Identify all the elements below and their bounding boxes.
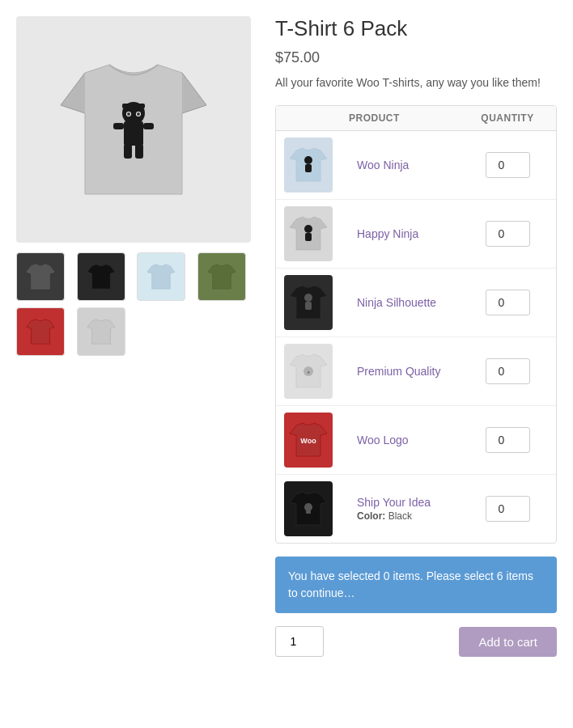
qty-input-woo-logo[interactable]	[486, 427, 530, 453]
bundle-row-woo-ninja: Woo Ninja	[276, 131, 556, 200]
thumbnail-item[interactable]	[137, 252, 185, 301]
qty-cell-premium-quality	[467, 358, 548, 384]
product-thumb-ship-your-idea	[284, 481, 333, 536]
column-header-quantity: QUANTITY	[467, 112, 548, 124]
product-thumb-happy-ninja	[284, 206, 333, 261]
svg-rect-17	[305, 302, 312, 310]
svg-point-14	[304, 225, 312, 233]
bundle-row-happy-ninja: Happy Ninja	[276, 200, 556, 269]
thumbnail-grid	[16, 252, 251, 356]
qty-input-premium-quality[interactable]	[486, 358, 530, 384]
product-price: $75.00	[275, 49, 557, 66]
svg-rect-0	[124, 121, 143, 146]
product-thumb-ninja-silhouette	[284, 275, 333, 330]
qty-cell-happy-ninja	[467, 221, 548, 247]
svg-rect-9	[124, 144, 132, 159]
main-product-image	[16, 16, 251, 243]
qty-input-ship-your-idea[interactable]	[486, 496, 530, 522]
column-header-product: PRODUCT	[349, 112, 467, 124]
product-color-label-ship: Color: Black	[357, 510, 459, 522]
right-column: T-Shirt 6 Pack $75.00 All your favorite …	[275, 16, 557, 657]
qty-input-woo-ninja[interactable]	[486, 152, 530, 178]
qty-cell-ship-your-idea	[467, 496, 548, 522]
svg-point-5	[127, 112, 130, 116]
svg-rect-7	[113, 123, 124, 129]
thumbnail-item[interactable]	[197, 252, 246, 301]
svg-point-12	[304, 156, 312, 164]
bundle-row-ninja-silhouette: Ninja Silhouette	[276, 269, 556, 337]
product-info-woo-logo: Woo Logo	[349, 434, 467, 447]
status-bar: You have selected 0 items. Please select…	[275, 557, 557, 613]
product-description: All your favorite Woo T-shirts, any way …	[275, 76, 557, 89]
svg-point-16	[304, 294, 312, 302]
svg-rect-10	[135, 144, 143, 159]
product-info-woo-ninja: Woo Ninja	[349, 159, 467, 171]
add-to-cart-button[interactable]: Add to cart	[459, 627, 557, 657]
bundle-row-woo-logo: Woo Woo Logo	[276, 406, 556, 475]
product-info-ninja-silhouette: Ninja Silhouette	[349, 296, 467, 309]
product-info-ship-your-idea: Ship Your Idea Color: Black	[349, 496, 467, 522]
product-layout: T-Shirt 6 Pack $75.00 All your favorite …	[16, 16, 557, 657]
add-to-cart-row: Add to cart	[275, 626, 557, 657]
thumbnail-item[interactable]	[77, 252, 125, 301]
product-thumb-premium-quality: ★	[284, 344, 333, 399]
svg-text:Woo: Woo	[300, 437, 316, 445]
product-name-woo-logo: Woo Logo	[357, 434, 459, 447]
qty-cell-ninja-silhouette	[467, 290, 548, 315]
product-info-happy-ninja: Happy Ninja	[349, 227, 467, 240]
main-image-svg	[53, 40, 214, 218]
thumbnail-item[interactable]	[77, 307, 125, 356]
main-quantity-stepper[interactable]	[275, 626, 324, 657]
qty-input-ninja-silhouette[interactable]	[486, 290, 530, 315]
svg-rect-11	[122, 104, 145, 108]
product-name-happy-ninja: Happy Ninja	[357, 227, 459, 240]
page-container: T-Shirt 6 Pack $75.00 All your favorite …	[0, 0, 573, 728]
thumbnail-item[interactable]	[16, 252, 65, 301]
product-name-ninja-silhouette: Ninja Silhouette	[357, 296, 459, 309]
bundle-table-header: PRODUCT QUANTITY	[276, 106, 556, 131]
bundle-table: PRODUCT QUANTITY Woo Ninja	[275, 105, 557, 544]
product-info-premium-quality: Premium Quality	[349, 365, 467, 378]
product-thumb-woo-logo: Woo	[284, 413, 333, 468]
left-column	[16, 16, 251, 356]
qty-cell-woo-logo	[467, 427, 548, 453]
svg-rect-22	[306, 510, 311, 514]
status-message: You have selected 0 items. Please select…	[288, 569, 533, 599]
product-thumb-woo-ninja	[284, 138, 333, 193]
svg-rect-8	[143, 123, 154, 129]
bundle-row-ship-your-idea: Ship Your Idea Color: Black	[276, 475, 556, 543]
product-name-ship-your-idea: Ship Your Idea	[357, 496, 459, 509]
svg-point-21	[304, 503, 312, 511]
qty-cell-woo-ninja	[467, 152, 548, 178]
product-name-premium-quality: Premium Quality	[357, 365, 459, 378]
product-title: T-Shirt 6 Pack	[275, 16, 557, 41]
svg-rect-15	[305, 233, 312, 241]
svg-point-6	[137, 112, 140, 116]
thumbnail-item[interactable]	[16, 307, 65, 356]
product-name-woo-ninja: Woo Ninja	[357, 159, 459, 171]
bundle-row-premium-quality: ★ Premium Quality	[276, 337, 556, 406]
qty-input-happy-ninja[interactable]	[486, 221, 530, 247]
svg-rect-13	[305, 164, 312, 172]
